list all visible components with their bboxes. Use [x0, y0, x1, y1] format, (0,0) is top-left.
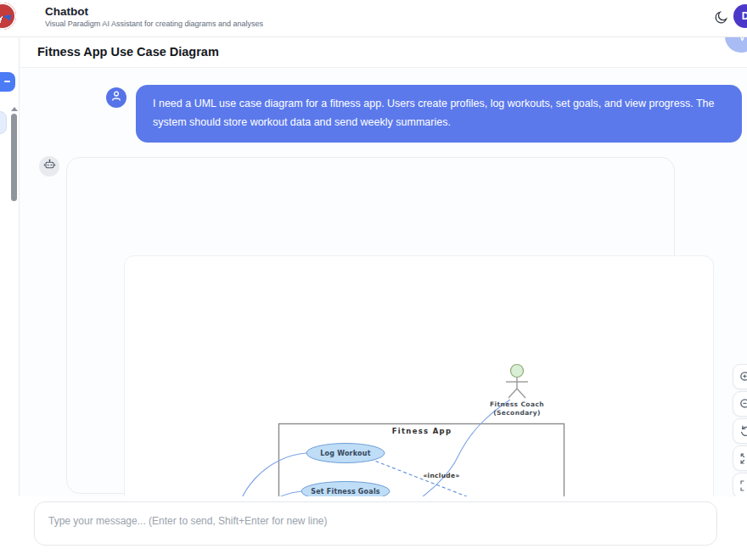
- zoom-in-button[interactable]: [733, 364, 747, 389]
- actor-fitness-coach[interactable]: Fitness Coach (Secondary): [490, 365, 544, 417]
- message-composer: [0, 496, 747, 560]
- user-message-avatar: [106, 87, 126, 108]
- include-label: «include»: [423, 472, 459, 479]
- use-case-label: Log Workout: [320, 450, 370, 457]
- avatar-initial: D: [742, 10, 747, 22]
- reset-view-button[interactable]: [733, 418, 747, 444]
- message-input[interactable]: [34, 501, 717, 546]
- assistant-avatar: [39, 156, 59, 176]
- dark-mode-toggle[interactable]: [711, 8, 732, 28]
- system-boundary-label: Fitness App: [392, 427, 452, 435]
- zoom-out-button[interactable]: [733, 391, 747, 417]
- user-profile-avatar[interactable]: D: [733, 4, 747, 28]
- sidebar-scroll-up-arrow[interactable]: [11, 107, 18, 111]
- person-icon: [110, 90, 122, 105]
- expand-arrows-icon: [739, 452, 747, 465]
- visual-paradigm-logo-icon: [0, 3, 16, 30]
- app-title: Chatbot: [45, 5, 88, 18]
- zoom-in-icon: [739, 371, 747, 384]
- page-title: Fitness App Use Case Diagram: [37, 45, 219, 59]
- moon-icon: [714, 14, 729, 27]
- viewer-controls: [733, 364, 747, 500]
- fullscreen-icon: [739, 479, 747, 492]
- reset-icon: [739, 425, 747, 438]
- actor-coach-name: Fitness Coach: [490, 400, 544, 408]
- sidebar-divider: [19, 37, 20, 560]
- app-window: Chatbot Visual Paradigm AI Assistant for…: [0, 0, 747, 560]
- expand-button[interactable]: [733, 445, 747, 471]
- actor-coach-role: (Secondary): [493, 409, 541, 417]
- sidebar-item-fragment[interactable]: [0, 111, 7, 134]
- conversation-titlebar: Fitness App Use Case Diagram: [20, 37, 747, 68]
- button-dash-icon: [4, 81, 10, 82]
- sidebar-scrollbar-thumb[interactable]: [11, 114, 17, 201]
- use-case-label: Set Fitness Goals: [311, 488, 380, 496]
- app-subtitle: Visual Paradigm AI Assistant for creatin…: [45, 20, 263, 28]
- zoom-out-icon: [739, 398, 747, 411]
- fullscreen-button[interactable]: [733, 473, 747, 498]
- assistant-response-card: Fitness App: [66, 157, 675, 494]
- user-message-bubble: I need a UML use case diagram for a fitn…: [136, 85, 742, 143]
- app-header: Chatbot Visual Paradigm AI Assistant for…: [0, 0, 747, 37]
- robot-icon: [43, 159, 56, 175]
- sidebar-primary-button[interactable]: [0, 72, 15, 92]
- chat-area: I need a UML use case diagram for a fitn…: [20, 68, 747, 496]
